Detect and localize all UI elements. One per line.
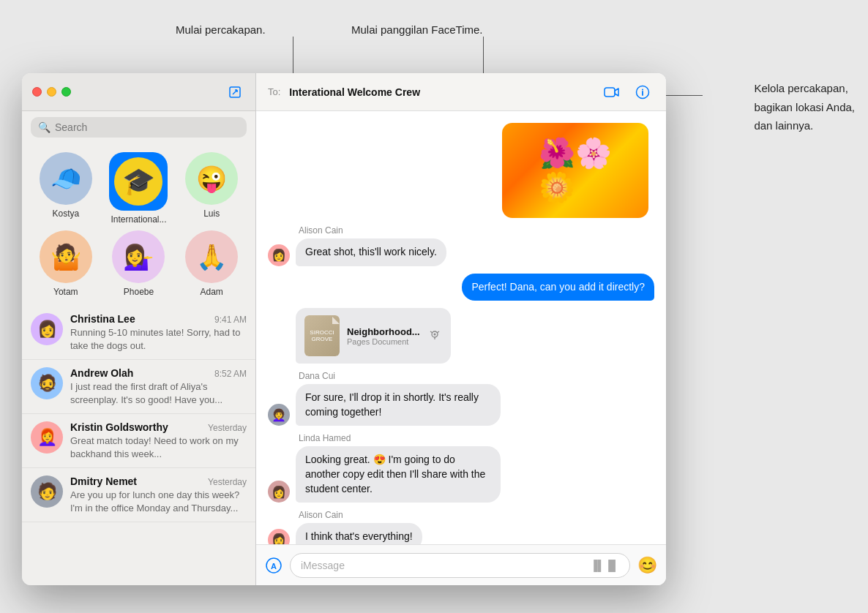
msg-inner-alison-1: 👩 Great shot, this'll work nicely.	[268, 238, 654, 266]
conv-info-christina: Christina Lee 9:41 AM Running 5-10 minut…	[70, 313, 247, 352]
conv-info-dmitry: Dmitry Nemet Yesterday Are you up for lu…	[70, 475, 247, 514]
conv-preview-dmitry: Are you up for lunch one day this week? …	[70, 489, 247, 514]
msg-row-alison-2: Alison Cain 👩 I think that's everything!	[268, 510, 654, 544]
chat-input-bar: A iMessage ▐▌▐▌ 😊	[256, 544, 666, 585]
conv-preview-kristin: Great match today! Need to work on my ba…	[70, 435, 247, 460]
svg-line-11	[437, 331, 439, 333]
msg-inner-alison-2: 👩 I think that's everything!	[268, 523, 654, 544]
contact-name-kostya: Kostya	[52, 208, 79, 219]
contact-name-phoebe: Phoebe	[124, 287, 154, 297]
sidebar: 🔍 🧢 Kostya 🎓 International... 😜 Luis	[22, 73, 256, 585]
doc-name: Neighborhood...	[347, 326, 420, 337]
imessage-placeholder: iMessage	[301, 560, 345, 571]
conv-avatar-kristin: 👩‍🦰	[31, 421, 63, 454]
msg-inner-me: Perfect! Dana, can you add it directly?	[268, 274, 654, 301]
conv-name-christina: Christina Lee	[70, 313, 135, 325]
conv-preview-christina: Running 5-10 minutes late! Sorry, had to…	[70, 326, 247, 352]
share-icon[interactable]	[427, 327, 442, 345]
search-bar[interactable]: 🔍	[31, 117, 247, 138]
annotation-info: Kelola percakapan,bagikan lokasi Anda,da…	[754, 79, 855, 135]
conv-time-christina: 9:41 AM	[214, 315, 247, 325]
msg-inner-linda: 👩 Looking great. 😍 I'm going to do anoth…	[268, 446, 654, 503]
doc-type: Pages Document	[347, 337, 420, 346]
sender-name-linda: Linda Hamed	[299, 433, 654, 443]
conv-avatar-dmitry: 🧑	[31, 475, 63, 508]
annotation-facetime: Mulai panggilan FaceTime.	[351, 23, 483, 36]
conv-time-kristin: Yesterday	[208, 423, 247, 433]
svg-point-9	[433, 333, 435, 335]
bubble-me: Perfect! Dana, can you add it directly?	[462, 274, 654, 301]
conversation-list: 👩 Christina Lee 9:41 AM Running 5-10 min…	[22, 306, 255, 585]
msg-avatar-alison-2: 👩	[268, 529, 290, 544]
doc-bubble: SIROCCIGROVE Neighborhood... Pages Docum…	[296, 308, 451, 364]
conv-time-andrew: 8:52 AM	[214, 369, 247, 379]
conv-preview-andrew: I just read the first draft of Aliya's s…	[70, 380, 247, 406]
chat-panel: To: Interational Welcome Crew	[256, 73, 666, 585]
pinned-contact-luis[interactable]: 😜 Luis	[178, 152, 245, 225]
pinned-contact-kostya[interactable]: 🧢 Kostya	[32, 152, 100, 225]
msg-row-dana: Dana Cui 👩‍🦱 For sure, I'll drop it in s…	[268, 371, 654, 426]
message-input[interactable]: iMessage ▐▌▐▌	[290, 553, 630, 578]
msg-avatar-linda: 👩	[268, 481, 290, 503]
conv-item-christina[interactable]: 👩 Christina Lee 9:41 AM Running 5-10 min…	[22, 306, 255, 360]
sender-name-dana: Dana Cui	[299, 371, 654, 381]
audio-icon: ▐▌▐▌	[590, 560, 619, 571]
conv-info-andrew: Andrew Olah 8:52 AM I just read the firs…	[70, 367, 247, 406]
fullscreen-button[interactable]	[61, 87, 71, 97]
search-input[interactable]	[55, 121, 239, 133]
pinned-contact-adam[interactable]: 🙏 Adam	[178, 230, 245, 297]
svg-text:A: A	[271, 561, 277, 570]
contact-name-yotam: Yotam	[53, 287, 78, 297]
conv-name-dmitry: Dmitry Nemet	[70, 475, 137, 487]
app-window: 🔍 🧢 Kostya 🎓 International... 😜 Luis	[22, 73, 666, 585]
msg-row-me: Perfect! Dana, can you add it directly?	[268, 274, 654, 301]
emoji-button[interactable]: 😊	[637, 556, 657, 575]
msg-inner-doc: SIROCCIGROVE Neighborhood... Pages Docum…	[268, 308, 654, 364]
traffic-lights	[32, 87, 71, 97]
msg-image	[268, 123, 654, 218]
conv-name-kristin: Kristin Goldsworthy	[70, 421, 168, 433]
bubble-dana: For sure, I'll drop it in shortly. It's …	[296, 384, 501, 426]
doc-info: Neighborhood... Pages Document	[347, 326, 420, 346]
msg-row-linda: Linda Hamed 👩 Looking great. 😍 I'm going…	[268, 433, 654, 503]
msg-avatar-dana: 👩‍🦱	[268, 404, 290, 426]
compose-button[interactable]	[225, 82, 245, 102]
conv-avatar-christina: 👩	[31, 313, 63, 345]
conv-name-andrew: Andrew Olah	[70, 367, 133, 379]
msg-row-alison-1: Alison Cain 👩 Great shot, this'll work n…	[268, 225, 654, 266]
svg-rect-4	[605, 88, 615, 97]
pinned-contact-yotam[interactable]: 🤷 Yotam	[32, 230, 100, 297]
svg-line-1	[233, 90, 237, 94]
conv-avatar-andrew: 🧔	[31, 367, 63, 399]
conv-item-dmitry[interactable]: 🧑 Dmitry Nemet Yesterday Are you up for …	[22, 468, 255, 522]
bubble-linda: Looking great. 😍 I'm going to do another…	[296, 446, 501, 503]
sender-name-alison-2: Alison Cain	[299, 510, 654, 520]
apps-button[interactable]: A	[265, 557, 283, 574]
pinned-contact-international[interactable]: 🎓 International...	[105, 152, 173, 225]
svg-point-7	[642, 89, 643, 90]
close-button[interactable]	[32, 87, 42, 97]
pinned-contacts: 🧢 Kostya 🎓 International... 😜 Luis 🤷 Yot…	[22, 143, 255, 306]
msg-inner-dana: 👩‍🦱 For sure, I'll drop it in shortly. I…	[268, 384, 654, 426]
minimize-button[interactable]	[47, 87, 56, 97]
contact-name-luis: Luis	[203, 208, 220, 219]
chat-titlebar: To: Interational Welcome Crew	[256, 73, 666, 111]
conv-time-dmitry: Yesterday	[208, 477, 247, 487]
contact-name-adam: Adam	[200, 287, 222, 297]
msg-avatar-alison-1: 👩	[268, 244, 290, 266]
info-button[interactable]	[631, 80, 654, 104]
conv-item-andrew[interactable]: 🧔 Andrew Olah 8:52 AM I just read the fi…	[22, 360, 255, 414]
pinned-contact-phoebe[interactable]: 💁‍♀️ Phoebe	[105, 230, 173, 297]
sender-name-alison-1: Alison Cain	[299, 225, 654, 236]
conv-info-kristin: Kristin Goldsworthy Yesterday Great matc…	[70, 421, 247, 460]
bubble-alison-1: Great shot, this'll work nicely.	[296, 238, 446, 266]
annotation-compose: Mulai percakapan.	[176, 23, 266, 36]
search-icon: 🔍	[38, 121, 50, 133]
chat-messages: Alison Cain 👩 Great shot, this'll work n…	[256, 111, 666, 544]
msg-row-doc: SIROCCIGROVE Neighborhood... Pages Docum…	[268, 308, 654, 364]
to-label: To:	[268, 86, 280, 97]
conv-item-kristin[interactable]: 👩‍🦰 Kristin Goldsworthy Yesterday Great …	[22, 414, 255, 468]
contact-name-international: International...	[111, 214, 166, 225]
facetime-button[interactable]	[600, 80, 624, 104]
sidebar-titlebar	[22, 73, 255, 111]
